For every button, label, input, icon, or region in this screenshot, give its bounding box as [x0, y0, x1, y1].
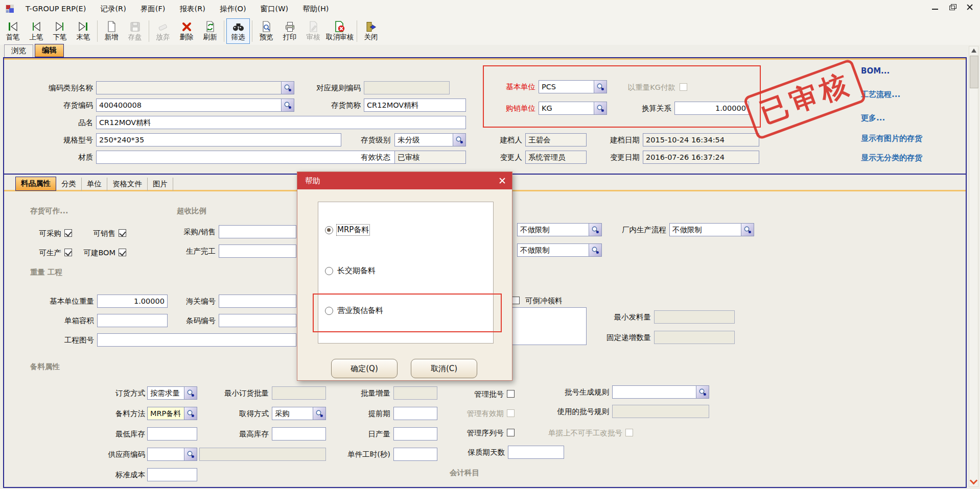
field-input-ggxh[interactable]: 250*240*35: [96, 133, 341, 146]
field-input-bgrq[interactable]: 2016-07-26 16:37:24: [643, 151, 759, 164]
field-input-chbm[interactable]: 400400008: [96, 99, 294, 112]
checkbox-glph[interactable]: [507, 390, 515, 398]
toolbar-filter-button[interactable]: 筛选: [226, 18, 250, 44]
tab-edit[interactable]: 编辑: [35, 44, 64, 57]
field-input-yxzt[interactable]: 已审核: [394, 151, 466, 164]
toolbar-close-button[interactable]: 关闭: [359, 18, 383, 44]
field-input-pm[interactable]: CR12MOV精料: [96, 116, 466, 129]
radio-icon[interactable]: [325, 226, 333, 234]
field-input-scwg[interactable]: [219, 244, 296, 258]
field-input-phscgz[interactable]: [612, 385, 709, 399]
lookup-button-gysbm[interactable]: [184, 448, 197, 460]
toolbar-prev-button[interactable]: 上笔: [25, 18, 48, 44]
field-input-tmbh[interactable]: [219, 314, 296, 327]
field-input-dxrj[interactable]: [97, 314, 168, 327]
field-input-blff[interactable]: MRP备料: [147, 407, 197, 420]
toolbar-last-button[interactable]: 末笔: [72, 18, 95, 44]
toolbar-preview-button[interactable]: 预览: [254, 18, 278, 44]
scroll-up-icon[interactable]: [971, 48, 976, 53]
field-input-zgkc[interactable]: [272, 427, 326, 441]
field-input-gcth[interactable]: [97, 333, 296, 347]
link-4[interactable]: 显示无分类的存货: [861, 153, 922, 163]
toolbar-delete-button[interactable]: 删除: [175, 18, 198, 44]
checkbox-kcg[interactable]: [64, 229, 72, 237]
subtab-3[interactable]: 资格文件: [107, 178, 148, 191]
dialog-option-0[interactable]: MRP备料: [325, 225, 369, 235]
field-input-hgbh[interactable]: [219, 295, 296, 308]
field-input-chjc[interactable]: CR12MOV精料: [364, 99, 466, 112]
lookup-button-bmlb[interactable]: [281, 82, 294, 94]
field-input-chjb[interactable]: 未分级: [394, 133, 466, 146]
toolbar-new-button[interactable]: 新增: [100, 18, 123, 44]
toolbar-next-button[interactable]: 下笔: [48, 18, 72, 44]
vertical-scrollbar[interactable]: [969, 46, 978, 487]
lookup-button-dhfs[interactable]: [184, 387, 197, 399]
link-1[interactable]: 工艺流程...: [861, 90, 900, 100]
field-input-jbdwzl[interactable]: 1.00000: [97, 295, 168, 308]
menu-item-0[interactable]: T-GROUP ERP(E): [18, 5, 93, 13]
link-2[interactable]: 更多...: [861, 113, 885, 123]
toolbar-first-button[interactable]: 首笔: [1, 18, 25, 44]
radio-icon[interactable]: [325, 267, 333, 275]
subtab-4[interactable]: 图片: [148, 178, 173, 191]
field-input-jdr[interactable]: 王碧会: [525, 133, 587, 146]
checkbox-glxlh[interactable]: [507, 429, 515, 436]
field-input-dhfs[interactable]: 按需求量: [147, 386, 197, 400]
menu-item-5[interactable]: 窗口(W): [253, 5, 296, 13]
lookup-button-xz2[interactable]: [589, 244, 601, 256]
dialog-close-icon[interactable]: [498, 176, 507, 185]
lookup-button-xz1[interactable]: [589, 224, 601, 236]
checkbox-kxs[interactable]: [119, 229, 126, 237]
minimize-icon[interactable]: [931, 3, 939, 11]
subtab-0[interactable]: 料品属性: [15, 177, 56, 191]
field-input-xz2[interactable]: 不做限制: [517, 243, 602, 257]
field-input-jbdw[interactable]: PCS: [539, 80, 607, 93]
dialog-option-1[interactable]: 长交期备料: [325, 266, 376, 276]
lookup-button-gxdw[interactable]: [594, 102, 606, 114]
field-input-hsgx[interactable]: 1.00000: [674, 102, 749, 115]
scroll-down-icon[interactable]: [971, 478, 976, 483]
field-input-gysbm[interactable]: [147, 448, 197, 461]
menu-item-3[interactable]: 报表(R): [172, 5, 212, 13]
menu-item-4[interactable]: 操作(O): [213, 5, 253, 13]
lookup-button-cnsclc[interactable]: [741, 224, 754, 236]
link-3[interactable]: 显示有图片的存货: [861, 134, 922, 143]
field-input-xz1[interactable]: 不做限制: [517, 223, 602, 236]
toolbar-refresh-button[interactable]: 刷新: [198, 18, 222, 44]
field-input-djgs[interactable]: [393, 448, 437, 461]
lookup-button-jbdw[interactable]: [594, 81, 606, 93]
lookup-button-blff[interactable]: [184, 407, 197, 420]
menu-item-1[interactable]: 记录(R): [93, 5, 133, 13]
menu-item-6[interactable]: 帮助(H): [295, 5, 336, 13]
close-window-icon[interactable]: [966, 3, 974, 11]
checkbox-kdc[interactable]: [512, 297, 520, 304]
link-0[interactable]: BOM...: [861, 66, 890, 76]
ok-button[interactable]: 确定(Q): [331, 359, 398, 378]
scrollbar-thumb[interactable]: [970, 56, 978, 88]
lookup-button-qdfs[interactable]: [313, 407, 325, 420]
field-input-zdkc[interactable]: [147, 427, 197, 441]
field-input-qdfs[interactable]: 采购: [272, 407, 326, 420]
field-input-bzcb[interactable]: [147, 468, 197, 481]
toolbar-cancel-audit-button[interactable]: 取消审核: [325, 18, 355, 44]
field-input-jdrq[interactable]: 2015-10-24 16:34:54: [643, 133, 759, 146]
field-input-cnsclc[interactable]: 不做限制: [669, 223, 754, 236]
field-input-tqq[interactable]: [393, 407, 437, 420]
field-input-gxdw[interactable]: KG: [539, 102, 607, 115]
lookup-button-phscgz[interactable]: [696, 386, 709, 398]
menu-item-2[interactable]: 界面(F): [133, 5, 173, 13]
field-input-rcl[interactable]: [393, 427, 437, 441]
lookup-button-chbm[interactable]: [281, 99, 294, 111]
subtab-1[interactable]: 分类: [56, 178, 82, 191]
cancel-button[interactable]: 取消(C): [411, 359, 477, 378]
tab-browse[interactable]: 浏览: [4, 44, 33, 57]
field-input-cgxs[interactable]: [219, 225, 296, 238]
field-input-bzqts[interactable]: [508, 446, 564, 459]
restore-icon[interactable]: [948, 3, 956, 11]
field-input-bmlb[interactable]: [96, 81, 294, 94]
toolbar-print-button[interactable]: 打印: [278, 18, 301, 44]
subtab-2[interactable]: 单位: [82, 178, 107, 191]
field-input-bgr[interactable]: 系统管理员: [525, 151, 587, 164]
dialog-title-bar[interactable]: 帮助: [297, 172, 512, 189]
checkbox-kbom[interactable]: [119, 249, 126, 256]
